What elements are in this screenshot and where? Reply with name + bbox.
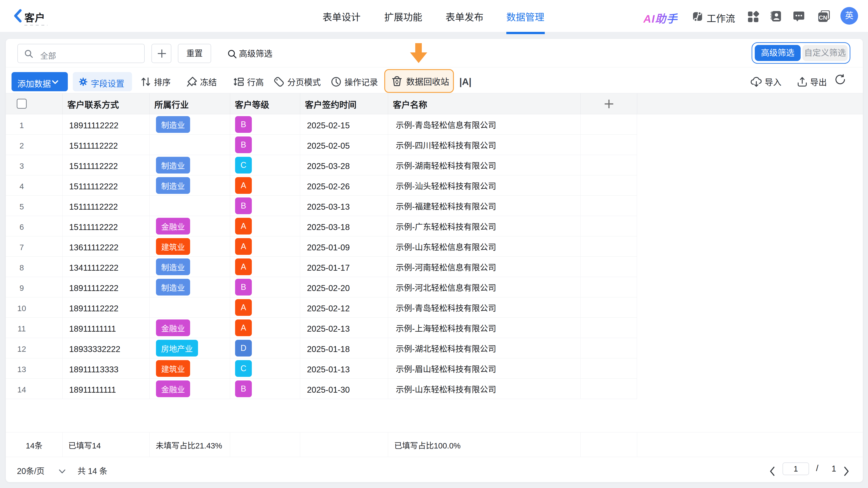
svg-text:CN: CN xyxy=(819,14,827,21)
